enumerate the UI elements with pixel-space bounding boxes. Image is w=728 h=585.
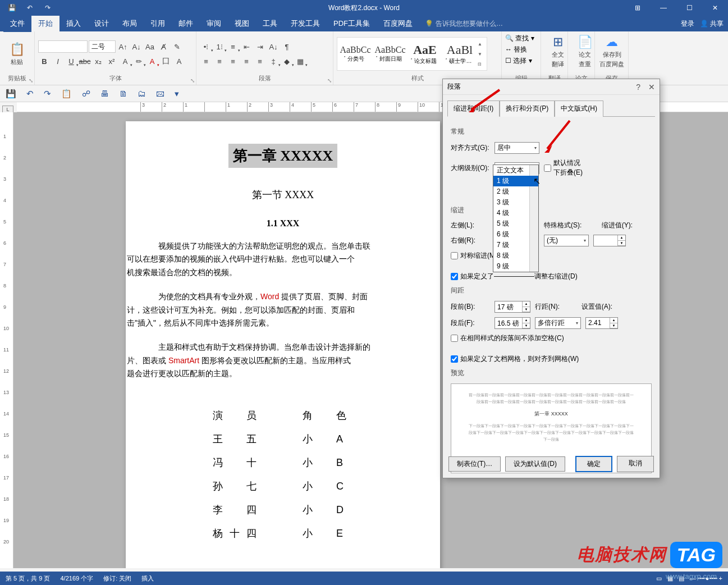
grid-right-checkbox[interactable]: 如果定义了——————调整右缩进(D) [451,272,652,281]
ribbon-opts-icon[interactable]: ⊞ [625,0,651,16]
cancel-button[interactable]: 取消 [617,456,654,472]
align-left-icon[interactable]: ≡ [200,55,212,67]
qat-icon[interactable]: 🖂 [156,89,164,98]
vertical-ruler[interactable]: 1234567891011121314151617181920 [0,112,13,568]
change-case-icon[interactable]: Aa [144,40,156,53]
char-shading-icon[interactable]: A [173,55,185,67]
gallery-up-icon[interactable]: ▲ [478,42,486,47]
tab-baidu[interactable]: 百度网盘 [377,15,419,32]
font-color-icon[interactable]: A▾ [146,55,158,67]
dropdown-option[interactable]: 7 级 [493,240,538,250]
numbering-icon[interactable]: 1⁝▾ [213,40,226,53]
qat-icon[interactable]: 🖶 [100,89,109,98]
tab-review[interactable]: 审阅 [200,15,228,32]
page-count[interactable]: 第 5 页，共 9 页 [6,574,50,583]
table-cell[interactable]: 王 五 [194,428,282,450]
share-button[interactable]: 👤 共享 [700,19,724,29]
table-cell[interactable]: 角 色 [283,404,372,427]
dropdown-option[interactable]: 6 级 [493,229,538,240]
grid-align-checkbox[interactable]: 如果定义了文档网格，则对齐到网格(W) [451,354,652,364]
find-button[interactable]: 🔍 查找 ▾ [505,34,534,43]
dropdown-option[interactable]: 2 级 [493,186,538,197]
gallery-more-icon[interactable]: ⊟ [478,62,486,67]
tab-layout[interactable]: 布局 [116,15,144,32]
close-icon[interactable]: ✕ [648,83,655,92]
track-status[interactable]: 修订: 关闭 [103,574,131,583]
save-icon[interactable]: 💾 [6,89,16,99]
collapse-checkbox[interactable]: 默认情况下折叠(E) [544,158,583,177]
view-read-icon[interactable]: ▭ [656,575,662,582]
styles-gallery[interactable]: AaBbCcͤ 分类号 AaBbCcͤ 封面日期 AaEͤ 论文标题 AaBlͤ… [337,37,487,71]
style-item[interactable]: AaBbCcͤ 封面日期 [373,39,407,69]
font-name-select[interactable] [38,40,88,53]
sort-icon[interactable]: A↓ [267,40,280,53]
login-link[interactable]: 登录 [681,19,694,29]
table-cell[interactable]: 孙 七 [194,475,282,497]
table-cell[interactable]: 冯 十 [194,451,282,474]
spin-down-icon[interactable]: ▼ [610,323,617,329]
spin-down-icon[interactable]: ▼ [618,241,625,246]
dialog-launcher-icon[interactable]: ⤡ [327,77,332,84]
baidu-save-button[interactable]: ☁保存到百度网盘 [598,34,625,70]
multilevel-icon[interactable]: ≡▾ [227,40,239,53]
dropdown-option[interactable]: 正文文本 [493,165,538,176]
special-select[interactable]: (无)▾ [544,235,589,246]
table-cell[interactable]: 小 B [283,451,372,474]
redo-icon[interactable]: ↷ [39,1,56,15]
insert-mode[interactable]: 插入 [141,574,154,583]
tab-devtools[interactable]: 开发工具 [284,15,327,32]
table-cell[interactable]: 小 E [283,522,372,545]
tabs-button[interactable]: 制表位(T)… [448,456,501,472]
line-spacing-icon[interactable]: ‡▾ [267,55,280,67]
minimize-icon[interactable]: — [651,0,676,16]
outline-level-dropdown[interactable]: 正文文本1 级2 级3 级4 级5 级6 级7 级8 级9 级 [493,164,539,272]
tab-pdf[interactable]: PDF工具集 [327,15,377,32]
heading-1[interactable]: 第一章 XXXXX [228,144,337,168]
table-cell[interactable]: 小 A [283,428,372,450]
align-select[interactable]: 居中▾ [495,142,539,154]
help-icon[interactable]: ? [636,83,640,92]
table-cell[interactable]: 杨十四 [194,522,282,545]
grow-font-icon[interactable]: A↑ [117,40,129,53]
align-right-icon[interactable]: ≡ [227,55,239,67]
table-cell[interactable]: 小 D [283,499,372,521]
dropdown-option[interactable]: 3 级 [493,197,538,208]
indent-inc-icon[interactable]: ⇥ [254,40,266,53]
bullets-icon[interactable]: •⁝▾ [200,40,212,53]
dialog-launcher-icon[interactable]: ⤡ [29,77,33,84]
tab-line-page[interactable]: 换行和分页(P) [500,100,555,117]
superscript-icon[interactable]: x² [106,55,118,67]
distribute-icon[interactable]: ≡ [254,55,266,67]
paragraph[interactable]: 视频提供了功能强大的方法帮助您证明您的观点。当您单击联可以在想要添加的视频的嵌入… [143,240,423,279]
tab-file[interactable]: 文件 [3,15,31,32]
indent-value-spinner[interactable]: ▲▼ [593,235,626,246]
tab-mailings[interactable]: 邮件 [172,15,200,32]
paper-check-button[interactable]: 📄论文查重 [571,34,598,70]
borders-icon[interactable]: ▦▾ [294,55,306,67]
spin-up-icon[interactable]: ▲ [610,318,617,323]
indent-dec-icon[interactable]: ⇤ [240,40,253,53]
tab-view[interactable]: 视图 [228,15,256,32]
redo-icon[interactable]: ↷ [44,89,51,99]
paragraph[interactable]: 主题和样式也有助于文档保持协调。当您单击设计并选择新的片、图表或 SmartAr… [143,341,423,380]
highlight-icon[interactable]: ✏▾ [132,55,145,67]
tab-indent-spacing[interactable]: 缩进和间距(I) [447,100,500,117]
paragraph[interactable]: 为使您的文档具有专业外观，Word 提供了页眉、页脚、封面计，这些设计可互为补充… [143,290,423,330]
qat-icon[interactable]: ☍ [82,89,90,99]
save-icon[interactable]: 💾 [3,1,20,15]
table-cell[interactable]: 演 员 [194,404,282,427]
heading-3[interactable]: 1.1 XXX [143,218,423,228]
strike-icon[interactable]: abc [79,55,91,67]
close-icon[interactable]: ✕ [702,0,728,16]
italic-icon[interactable]: I [52,55,64,67]
qat-dropdown-icon[interactable]: ▾ [175,89,179,99]
before-spinner[interactable]: 17 磅▲▼ [495,301,530,313]
tab-insert[interactable]: 插入 [59,15,88,32]
qat-icon[interactable]: 🗂 [138,89,146,98]
replace-button[interactable]: ↔ 替换 [505,45,527,54]
dialog-titlebar[interactable]: 段落 ?✕ [443,79,660,95]
translate-button[interactable]: ⊞全文翻译 [544,34,571,70]
after-spinner[interactable]: 16.5 磅▲▼ [495,317,530,329]
undo-icon[interactable]: ↶ [26,89,34,99]
spin-down-icon[interactable]: ▼ [523,307,530,313]
